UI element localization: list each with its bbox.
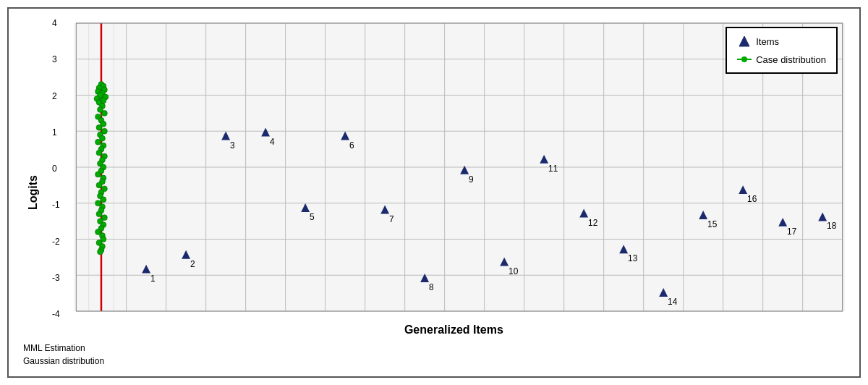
svg-point-62 [95,172,101,177]
svg-point-53 [95,139,101,145]
svg-marker-105 [540,155,548,164]
y-tick-3: 3 [52,54,57,64]
legend-items-icon [737,34,752,48]
svg-marker-87 [182,250,190,259]
svg-text:14: 14 [668,297,678,307]
svg-marker-115 [739,185,747,194]
svg-text:6: 6 [349,140,354,151]
y-tick--2: -2 [52,237,60,247]
svg-text:1: 1 [150,274,156,284]
bottom-note-line2: Gaussian distribution [23,355,104,368]
svg-text:4: 4 [270,137,275,147]
y-tick-4: 4 [52,18,57,28]
svg-text:7: 7 [389,214,394,224]
legend-case-icon [737,52,752,67]
svg-point-45 [101,110,107,116]
x-axis-label: Generalized Items [404,323,503,337]
svg-marker-95 [341,132,349,140]
svg-text:2: 2 [190,259,195,269]
svg-text:16: 16 [747,194,757,204]
svg-marker-111 [659,288,668,297]
svg-marker-113 [699,211,707,219]
svg-text:13: 13 [628,253,638,263]
y-tick--1: -1 [52,200,60,210]
svg-marker-119 [818,213,827,221]
legend-case: Case distribution [737,52,826,67]
svg-text:18: 18 [827,221,837,231]
svg-text:11: 11 [548,164,558,174]
bottom-note: MML Estimation Gaussian distribution [23,342,104,368]
svg-text:9: 9 [469,174,474,185]
svg-point-84 [98,249,103,255]
legend-items: Items [737,34,826,48]
chart-container: Logits 123456789101112131415161718 43210… [7,7,861,378]
y-tick--3: -3 [52,273,60,283]
legend-case-label: Case distribution [756,54,826,65]
svg-marker-93 [301,203,310,212]
legend: Items Case distribution [726,27,838,74]
svg-text:8: 8 [429,282,434,292]
svg-point-69 [101,197,106,203]
svg-marker-91 [261,128,270,137]
svg-marker-122 [739,36,749,46]
svg-point-56 [96,150,102,156]
y-axis-label: Logits [27,175,40,210]
bottom-note-line1: MML Estimation [23,342,104,355]
svg-text:10: 10 [509,266,519,276]
y-tick-2: 2 [52,91,57,101]
svg-text:3: 3 [230,140,235,151]
svg-point-73 [96,211,102,217]
svg-marker-109 [619,245,628,253]
svg-text:12: 12 [588,218,597,228]
svg-point-124 [741,56,747,62]
svg-point-49 [96,124,102,130]
svg-marker-85 [142,265,150,274]
svg-marker-107 [579,209,588,218]
y-tick-1: 1 [52,127,57,138]
svg-text:5: 5 [310,212,315,222]
legend-items-label: Items [756,36,779,47]
svg-point-65 [96,182,102,188]
svg-marker-97 [380,206,389,214]
y-tick-0: 0 [52,164,57,174]
y-tick--4: -4 [52,309,60,319]
svg-marker-117 [778,218,787,227]
svg-marker-103 [500,258,509,266]
svg-text:17: 17 [787,227,796,237]
svg-marker-89 [221,132,230,140]
svg-text:15: 15 [707,219,718,229]
